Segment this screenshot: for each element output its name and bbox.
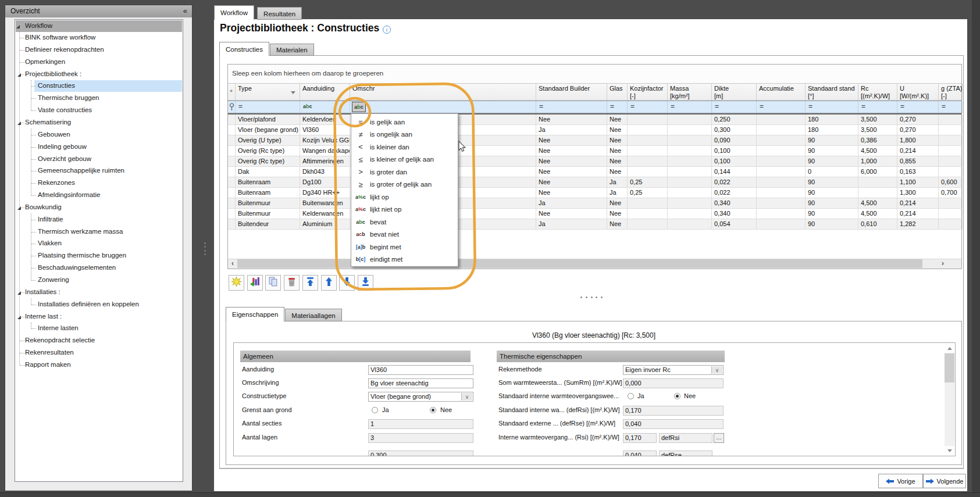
- move-up-button[interactable]: [321, 275, 337, 291]
- filter-cell-standaard-builder[interactable]: =: [536, 101, 607, 113]
- table-row[interactable]: Overig (U type)Kozijn Velux GGLNeeNee0,0…: [228, 135, 961, 146]
- table-row[interactable]: Overig (Rc type)AftimmeringenNeeNee0,100…: [228, 156, 961, 167]
- field-standaard-interne-wa-defrsi-m-k-w[interactable]: 0,170: [623, 406, 724, 416]
- table-row[interactable]: Vloer/plafondKeldervloerNeeNee0,2501803,…: [228, 115, 961, 125]
- group-by-bar[interactable]: Sleep een kolom hierheen om daarop te gr…: [228, 65, 961, 83]
- tree-item-plaatsing-thermische-bruggen[interactable]: Plaatsing thermische bruggen: [16, 250, 182, 262]
- field-aanduiding[interactable]: Vl360: [368, 365, 473, 375]
- filter-cell-indicator[interactable]: [228, 101, 236, 113]
- tree-item-gemeenschappelijke-ruimten[interactable]: Gemeenschappelijke ruimten: [16, 165, 182, 177]
- filter-cell-type[interactable]: =: [236, 101, 300, 113]
- tab-materialen[interactable]: Materialen: [270, 44, 314, 56]
- tree-item-thermisch-werkzame-massa[interactable]: Thermisch werkzame massa: [16, 226, 182, 238]
- field-rekenmethode[interactable]: Eigen invoer Rc∨: [623, 365, 724, 375]
- tree-item-installaties[interactable]: Installaties :: [16, 287, 182, 298]
- radio-grenst-aan-grond-ja[interactable]: [372, 407, 378, 413]
- tree-item-vlakken[interactable]: Vlakken: [16, 238, 182, 249]
- scroll-up-icon[interactable]: [945, 344, 954, 353]
- filter-menu-item-bevat-niet[interactable]: acbbevat niet: [351, 228, 458, 241]
- tab-resultaten[interactable]: Resultaten: [257, 7, 302, 20]
- tree-item-rekenresultaten[interactable]: Rekenresultaten: [16, 347, 182, 359]
- column-header-aanduiding[interactable]: Aanduiding: [300, 84, 350, 100]
- column-header-omschr[interactable]: Omschr: [350, 84, 536, 100]
- tree-expand-icon[interactable]: [17, 206, 21, 210]
- tab-constructies[interactable]: Constructies: [219, 42, 269, 56]
- column-header-g-zta[interactable]: g (ZTA) [-]: [939, 84, 963, 100]
- dropdown-chevron-icon[interactable]: ∨: [461, 393, 472, 401]
- table-row[interactable]: Overig (Rc type)Wangen dakkapelNeeNee0,1…: [228, 146, 961, 156]
- radio-standaard-interne-warmteovergangswee-nee[interactable]: [674, 393, 680, 399]
- tree-item-interne-lasten[interactable]: Interne lasten: [16, 323, 182, 334]
- dropdown-chevron-icon[interactable]: ∨: [711, 366, 722, 374]
- column-header-glas[interactable]: Glas: [607, 84, 628, 100]
- filter-cell-massa-kg-m[interactable]: =: [668, 101, 712, 113]
- tree-item-bouwkundig[interactable]: Bouwkundig: [16, 202, 182, 213]
- tab-workflow[interactable]: Workflow: [214, 5, 254, 20]
- tree-item-workflow[interactable]: Workflow: [16, 20, 182, 32]
- filter-menu-item-is-gelijk-aan[interactable]: =is gelijk aan: [351, 116, 458, 128]
- filter-cell-rc-m-k-w[interactable]: =: [858, 101, 897, 113]
- tab-materiaallagen[interactable]: Materiaallagen: [285, 309, 341, 321]
- scroll-left-icon[interactable]: ‹: [228, 259, 237, 268]
- column-header-standaard-stand[interactable]: Standaard stand [°]: [806, 84, 858, 100]
- field-aantal-lagen[interactable]: 3: [368, 433, 473, 443]
- filter-cell-u-w-m-k[interactable]: =: [897, 101, 939, 113]
- column-header-u-w-m-k[interactable]: U [W/(m².K)]: [897, 84, 939, 100]
- filter-menu-item-is-ongelijk-aan[interactable]: ≠is ongelijk aan: [351, 128, 458, 141]
- tree-item-zonwering[interactable]: Zonwering: [16, 274, 182, 286]
- tree-item-rekenzones[interactable]: Rekenzones: [16, 177, 182, 189]
- tree-item-gebouwen[interactable]: Gebouwen: [16, 129, 182, 141]
- table-row[interactable]: BuitenraamDg340 HR++NeeJa0,250,022901,30…: [228, 188, 961, 198]
- filter-menu-item-eindigt-met[interactable]: b[c]eindigt met: [351, 253, 458, 266]
- tab-eigenschappen[interactable]: Eigenschappen: [226, 307, 284, 321]
- filter-cell-kozijnfactor[interactable]: =: [628, 101, 668, 113]
- tree-expand-icon[interactable]: [17, 121, 21, 125]
- tree-item-rekenopdracht-selectie[interactable]: Rekenopdracht selectie: [16, 335, 182, 346]
- scrollbar-thumb[interactable]: [945, 353, 954, 382]
- tree-item-schematisering[interactable]: Schematisering: [16, 117, 182, 128]
- tree-item-afmeldingsinformatie[interactable]: Afmeldingsinformatie: [16, 189, 182, 201]
- tree-item-rapport-maken[interactable]: Rapport maken: [16, 359, 182, 371]
- filter-menu-item-lijkt-niet-op[interactable]: a%clijkt niet op: [351, 203, 458, 216]
- move-last-button[interactable]: [358, 275, 373, 291]
- table-row[interactable]: BuitenmuurKelderwandenNeeNee0,340904,500…: [228, 209, 961, 219]
- tree-item-vaste-constructies[interactable]: Vaste constructies: [16, 105, 182, 116]
- vertical-splitter[interactable]: [204, 242, 206, 255]
- move-down-button[interactable]: [339, 275, 355, 291]
- filter-menu-item-begint-met[interactable]: [a]bbegint met: [351, 241, 458, 253]
- import-from-library-button[interactable]: [247, 275, 263, 291]
- filter-menu-item-bevat[interactable]: abcbevat: [351, 216, 458, 228]
- filter-cell-dikte-m[interactable]: =: [712, 101, 757, 113]
- tree-item-constructies[interactable]: Constructies: [16, 80, 182, 92]
- tree-item-infiltratie[interactable]: Infiltratie: [16, 214, 182, 226]
- column-header-dikte-m[interactable]: Dikte [m]: [712, 84, 757, 100]
- tree-expand-icon[interactable]: [16, 25, 20, 28]
- tree-item-opmerkingen[interactable]: Opmerkingen: [16, 56, 182, 68]
- radio-grenst-aan-grond-nee[interactable]: [430, 407, 436, 413]
- table-row[interactable]: BuitendeurAluminiumJaNee0,054900,6101,28…: [228, 219, 961, 230]
- filter-menu-item-is-groter-of-gelijk-aan[interactable]: ≥is groter of gelijk aan: [351, 178, 458, 191]
- add-button[interactable]: [229, 275, 244, 291]
- filter-cell-accumulatie[interactable]: =: [757, 101, 806, 113]
- radio-standaard-interne-warmteovergangswee-ja[interactable]: [628, 393, 634, 399]
- move-first-button[interactable]: [302, 275, 318, 291]
- filter-menu-item-is-groter-dan[interactable]: >is groter dan: [351, 166, 458, 178]
- tree-item-thermische-bruggen[interactable]: Thermische bruggen: [16, 92, 182, 104]
- column-header-type[interactable]: Type: [236, 84, 300, 100]
- tree-expand-icon[interactable]: [17, 291, 21, 295]
- table-row[interactable]: BuitenraamDg100NeeJa0,250,022901,1000,60…: [228, 177, 961, 188]
- field-value[interactable]: 0,040: [623, 450, 657, 457]
- tree-item-interne-last[interactable]: Interne last :: [16, 311, 182, 323]
- column-header-accumulatie[interactable]: Accumulatie: [757, 84, 806, 100]
- tree-item-installaties-defini-ren-en-koppelen[interactable]: Installaties definiëren en koppelen: [16, 299, 182, 310]
- tree-expand-icon[interactable]: [17, 73, 21, 77]
- vertical-scrollbar[interactable]: [945, 344, 954, 455]
- filter-cell-aanduiding[interactable]: abc: [300, 101, 350, 113]
- field-standaard-externe-defrse-m-k-w[interactable]: 0,040: [623, 419, 724, 429]
- field-som-warmteweersta-sumrm-m-k-w[interactable]: 0,000: [623, 378, 724, 388]
- horizontal-splitter[interactable]: [580, 296, 603, 299]
- filter-cell-omschr[interactable]: abc: [350, 101, 536, 113]
- previous-button[interactable]: Vorige: [878, 474, 923, 488]
- filter-menu-item-is-kleiner-of-gelijk-aan[interactable]: ≤is kleiner of gelijk aan: [351, 153, 458, 166]
- field-ref[interactable]: defRse: [659, 450, 712, 457]
